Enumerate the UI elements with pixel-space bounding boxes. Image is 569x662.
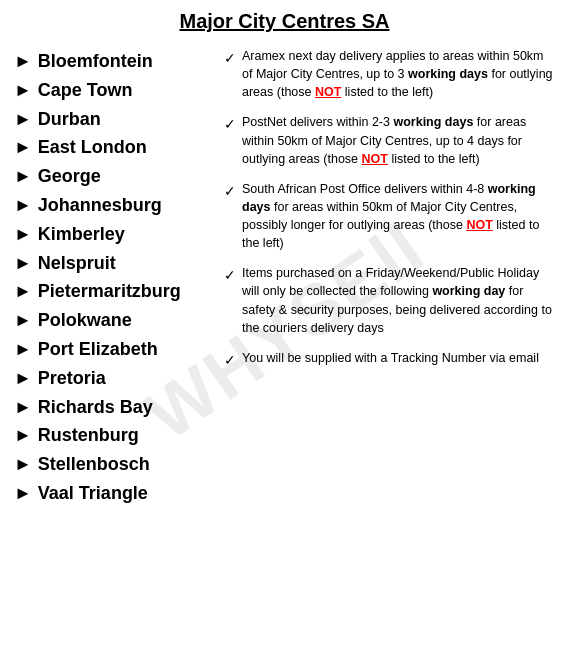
- city-name: Kimberley: [38, 220, 125, 249]
- arrow-icon: ►: [14, 47, 32, 76]
- city-item: ►Vaal Triangle: [14, 479, 214, 508]
- city-name: Port Elizabeth: [38, 335, 158, 364]
- city-item: ►Johannesburg: [14, 191, 214, 220]
- bullet-item: ✓You will be supplied with a Tracking Nu…: [224, 349, 555, 370]
- city-item: ►Rustenburg: [14, 421, 214, 450]
- city-item: ►George: [14, 162, 214, 191]
- page-title: Major City Centres SA: [14, 10, 555, 33]
- city-name: Rustenburg: [38, 421, 139, 450]
- city-item: ►Polokwane: [14, 306, 214, 335]
- city-name: Cape Town: [38, 76, 133, 105]
- not-label: NOT: [362, 152, 388, 166]
- check-icon: ✓: [224, 350, 236, 370]
- content: ►Bloemfontein►Cape Town►Durban►East Lond…: [14, 47, 555, 508]
- city-name: Richards Bay: [38, 393, 153, 422]
- text-segment: listed to the left): [388, 152, 480, 166]
- city-item: ►Pretoria: [14, 364, 214, 393]
- arrow-icon: ►: [14, 277, 32, 306]
- arrow-icon: ►: [14, 450, 32, 479]
- bullet-item: ✓South African Post Office delivers with…: [224, 180, 555, 253]
- text-segment: listed to the left): [341, 85, 433, 99]
- bullet-item: ✓PostNet delivers within 2-3 working day…: [224, 113, 555, 167]
- arrow-icon: ►: [14, 306, 32, 335]
- arrow-icon: ►: [14, 105, 32, 134]
- check-icon: ✓: [224, 181, 236, 201]
- city-item: ►Nelspruit: [14, 249, 214, 278]
- bullet-info: ✓Aramex next day delivery applies to are…: [224, 47, 555, 508]
- arrow-icon: ►: [14, 191, 32, 220]
- city-name: Johannesburg: [38, 191, 162, 220]
- arrow-icon: ►: [14, 249, 32, 278]
- text-segment: working days: [393, 115, 473, 129]
- arrow-icon: ►: [14, 421, 32, 450]
- not-label: NOT: [315, 85, 341, 99]
- arrow-icon: ►: [14, 220, 32, 249]
- text-segment: South African Post Office delivers withi…: [242, 182, 488, 196]
- city-item: ►Richards Bay: [14, 393, 214, 422]
- bullet-item: ✓Items purchased on a Friday/Weekend/Pub…: [224, 264, 555, 337]
- city-item: ►Cape Town: [14, 76, 214, 105]
- city-list: ►Bloemfontein►Cape Town►Durban►East Lond…: [14, 47, 214, 508]
- city-name: Durban: [38, 105, 101, 134]
- arrow-icon: ►: [14, 393, 32, 422]
- city-name: Pretoria: [38, 364, 106, 393]
- bullet-text: Items purchased on a Friday/Weekend/Publ…: [242, 264, 555, 337]
- bullet-text: Aramex next day delivery applies to area…: [242, 47, 555, 101]
- city-item: ►East London: [14, 133, 214, 162]
- arrow-icon: ►: [14, 76, 32, 105]
- city-item: ►Bloemfontein: [14, 47, 214, 76]
- bullet-text: South African Post Office delivers withi…: [242, 180, 555, 253]
- city-item: ►Durban: [14, 105, 214, 134]
- text-segment: PostNet delivers within 2-3: [242, 115, 393, 129]
- city-name: Pietermaritzburg: [38, 277, 181, 306]
- city-name: Stellenbosch: [38, 450, 150, 479]
- city-name: George: [38, 162, 101, 191]
- city-name: East London: [38, 133, 147, 162]
- arrow-icon: ►: [14, 162, 32, 191]
- text-segment: You will be supplied with a Tracking Num…: [242, 351, 539, 365]
- city-item: ►Stellenbosch: [14, 450, 214, 479]
- city-name: Nelspruit: [38, 249, 116, 278]
- arrow-icon: ►: [14, 335, 32, 364]
- arrow-icon: ►: [14, 133, 32, 162]
- page: Major City Centres SA ►Bloemfontein►Cape…: [0, 0, 569, 518]
- arrow-icon: ►: [14, 479, 32, 508]
- check-icon: ✓: [224, 265, 236, 285]
- check-icon: ✓: [224, 48, 236, 68]
- bullet-text: PostNet delivers within 2-3 working days…: [242, 113, 555, 167]
- city-item: ►Kimberley: [14, 220, 214, 249]
- city-name: Bloemfontein: [38, 47, 153, 76]
- text-segment: working days: [408, 67, 488, 81]
- city-item: ►Pietermaritzburg: [14, 277, 214, 306]
- city-name: Polokwane: [38, 306, 132, 335]
- city-item: ►Port Elizabeth: [14, 335, 214, 364]
- text-segment: working day: [432, 284, 505, 298]
- bullet-text: You will be supplied with a Tracking Num…: [242, 349, 555, 367]
- arrow-icon: ►: [14, 364, 32, 393]
- check-icon: ✓: [224, 114, 236, 134]
- city-name: Vaal Triangle: [38, 479, 148, 508]
- not-label: NOT: [466, 218, 492, 232]
- bullet-item: ✓Aramex next day delivery applies to are…: [224, 47, 555, 101]
